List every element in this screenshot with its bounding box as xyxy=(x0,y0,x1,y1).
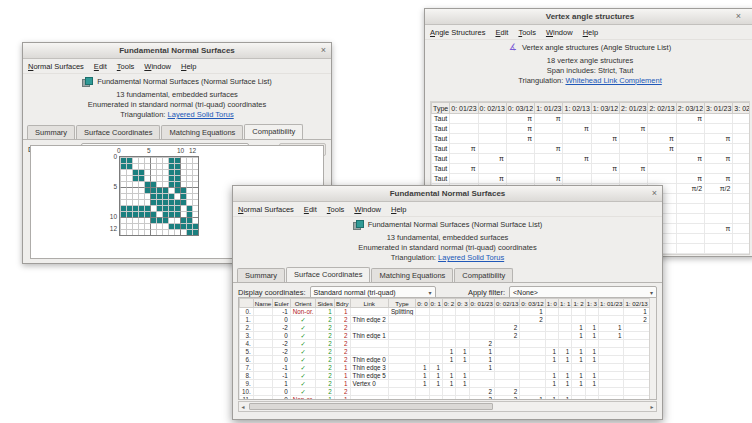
cell: 1 xyxy=(559,372,572,380)
window-title: Fundamental Normal Surfaces xyxy=(233,189,662,198)
col-header-1-0[interactable]: 1: 0 xyxy=(545,299,558,308)
col-header-type[interactable]: Type xyxy=(388,299,415,308)
col-header-type[interactable]: Type xyxy=(432,103,450,114)
menu-item-edit[interactable]: Edit xyxy=(495,28,508,37)
cell: 1 xyxy=(416,380,429,388)
menu-item-help[interactable]: Help xyxy=(391,205,406,214)
table-row[interactable]: 11.0Non-or.11221111 xyxy=(240,396,658,401)
col-header-0-03-12[interactable]: 0: 03/12 xyxy=(520,299,545,308)
menu-item-help[interactable]: Help xyxy=(583,28,598,37)
table-row[interactable]: 2.-2✓222111 xyxy=(240,324,658,332)
menu-item-tools[interactable]: Tools xyxy=(518,28,536,37)
col-header-bdry[interactable]: Bdry xyxy=(334,299,350,308)
scroll-right-icon[interactable]: ► xyxy=(648,404,656,410)
tab-summary[interactable]: Summary xyxy=(27,125,75,139)
menu-item-tools[interactable]: Tools xyxy=(117,62,135,71)
col-header-1-3[interactable]: 1: 3 xyxy=(585,299,598,308)
cell xyxy=(494,308,519,316)
packet-header: ∡ Vertex angle structures (Angle Structu… xyxy=(425,39,752,54)
close-icon[interactable]: × xyxy=(321,44,326,57)
close-icon[interactable]: × xyxy=(652,187,657,200)
menu-item-window[interactable]: Window xyxy=(546,28,573,37)
vertical-scrollbar[interactable] xyxy=(649,298,656,399)
col-header-0-2[interactable]: 0: 2 xyxy=(442,299,455,308)
menu-item-angle-structures[interactable]: Angle Structures xyxy=(430,28,485,37)
col-header-orient[interactable]: Orient xyxy=(290,299,316,308)
table-row[interactable]: Tautππππ xyxy=(432,154,751,164)
menu-item-window[interactable]: Window xyxy=(354,205,381,214)
table-row[interactable]: Tautππππ xyxy=(432,134,751,144)
col-header-1-01-23[interactable]: 1: 01/23 xyxy=(535,103,563,114)
col-header-0-1[interactable]: 0: 1 xyxy=(429,299,442,308)
col-header-0-3[interactable]: 0: 3 xyxy=(456,299,469,308)
tab-strip: SummarySurface CoordinatesMatching Equat… xyxy=(23,123,331,140)
menu-item-help[interactable]: Help xyxy=(181,62,196,71)
cell: 2 xyxy=(334,324,350,332)
triangulation-link[interactable]: Whitehead Link Complement xyxy=(565,76,661,85)
tab-surface-coordinates[interactable]: Surface Coordinates xyxy=(286,267,370,282)
col-header-0-02-13[interactable]: 0: 02/13 xyxy=(478,103,506,114)
menu-item-edit[interactable]: Edit xyxy=(94,62,107,71)
col-header-sides[interactable]: Sides xyxy=(316,299,334,308)
tab-compatibility[interactable]: Compatibility xyxy=(454,268,513,282)
col-header-0-03-12[interactable]: 0: 03/12 xyxy=(506,103,534,114)
titlebar[interactable]: Fundamental Normal Surfaces × xyxy=(233,186,662,202)
table-row[interactable]: 0.-1Non-or.11Splitting11 xyxy=(240,308,658,316)
table-row[interactable]: Tautππππ xyxy=(432,144,751,154)
table-row[interactable]: 1.0✓22Thin edge 222 xyxy=(240,316,658,324)
horizontal-scrollbar[interactable]: ◄ ► xyxy=(238,401,657,412)
scroll-left-icon[interactable]: ◄ xyxy=(239,404,247,410)
table-row[interactable]: 3.0✓22Thin edge 12111 xyxy=(240,332,658,340)
cell: 0 xyxy=(273,316,290,324)
col-header-name[interactable]: Name xyxy=(253,299,273,308)
col-header-1-03-12[interactable]: 1: 03/12 xyxy=(591,103,619,114)
col-header-euler[interactable]: Euler xyxy=(273,299,290,308)
col-header-1-01-23[interactable]: 1: 01/23 xyxy=(599,299,624,308)
close-icon[interactable]: × xyxy=(736,10,741,23)
scrollbar-thumb[interactable] xyxy=(249,403,493,410)
table-row[interactable]: Tautππππ xyxy=(432,124,751,134)
menu-item-normal-surfaces[interactable]: Normal Surfaces xyxy=(238,205,294,214)
cell xyxy=(450,174,478,184)
tab-surface-coordinates[interactable]: Surface Coordinates xyxy=(76,125,160,139)
col-header-1-02-13[interactable]: 1: 02/13 xyxy=(624,299,649,308)
table-row[interactable]: Tautππππ xyxy=(432,164,751,174)
col-header-0-02-13[interactable]: 0: 02/13 xyxy=(494,299,519,308)
col-header-1-1[interactable]: 1: 1 xyxy=(559,299,572,308)
table-row[interactable]: 9.1✓21Vertex 011111111 xyxy=(240,380,658,388)
col-header-1-02-13[interactable]: 1: 02/13 xyxy=(563,103,591,114)
table-row[interactable]: 6.0✓22Thin edge 01111111 xyxy=(240,356,658,364)
col-header-0-0[interactable]: 0: 0 xyxy=(416,299,429,308)
table-row[interactable]: Tautππππ xyxy=(432,114,751,124)
cell: 2 xyxy=(316,356,334,364)
tab-summary[interactable]: Summary xyxy=(237,268,285,282)
triangulation-link[interactable]: Layered Solid Torus xyxy=(438,253,504,262)
col-header-3-01-23[interactable]: 3: 01/23 xyxy=(705,103,733,114)
table-row[interactable]: 7.-1✓21Thin edge 31112 xyxy=(240,364,658,372)
col-header-1-2[interactable]: 1: 2 xyxy=(572,299,585,308)
triangulation-link[interactable]: Layered Solid Torus xyxy=(168,110,234,119)
titlebar[interactable]: Vertex angle structures × xyxy=(425,9,752,25)
cell: π xyxy=(705,174,733,184)
table-row[interactable]: 5.-2✓221111111 xyxy=(240,348,658,356)
tab-compatibility[interactable]: Compatibility xyxy=(244,124,303,139)
col-header-0-01-23[interactable]: 0: 01/23 xyxy=(450,103,478,114)
table-row[interactable]: 10.0✓22222 xyxy=(240,388,658,396)
col-header-3-02-13[interactable]: 3: 02/13 xyxy=(733,103,750,114)
menu-item-edit[interactable]: Edit xyxy=(304,205,317,214)
col-header-row-number[interactable] xyxy=(240,299,254,308)
titlebar[interactable]: Fundamental Normal Surfaces × xyxy=(23,43,331,59)
tab-matching-equations[interactable]: Matching Equations xyxy=(161,125,243,139)
table-row[interactable]: 4.-2✓2222 xyxy=(240,340,658,348)
col-header-2-02-13[interactable]: 2: 02/13 xyxy=(648,103,676,114)
table-row[interactable]: Tautππππ xyxy=(432,174,751,184)
tab-matching-equations[interactable]: Matching Equations xyxy=(371,268,453,282)
col-header-2-01-23[interactable]: 2: 01/23 xyxy=(620,103,648,114)
menu-item-window[interactable]: Window xyxy=(144,62,171,71)
menu-item-normal-surfaces[interactable]: Normal Surfaces xyxy=(28,62,84,71)
menu-item-tools[interactable]: Tools xyxy=(327,205,345,214)
table-row[interactable]: 8.-1✓21Thin edge 511111111 xyxy=(240,372,658,380)
col-header-link[interactable]: Link xyxy=(350,299,388,308)
col-header-2-03-12[interactable]: 2: 03/12 xyxy=(676,103,704,114)
col-header-0-01-23[interactable]: 0: 01/23 xyxy=(469,299,494,308)
